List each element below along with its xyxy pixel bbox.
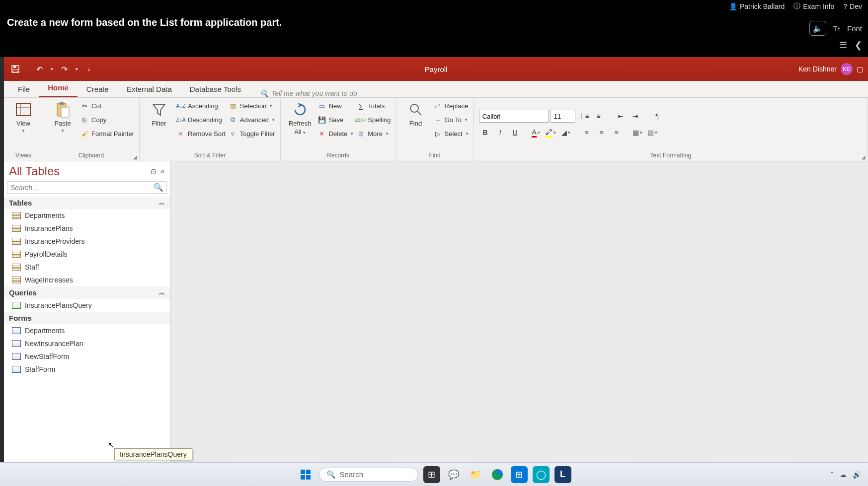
undo-drop[interactable]: ▾ [49,63,55,75]
paste-button[interactable]: Paste ▾ [48,100,77,133]
font-size-select[interactable] [551,110,575,123]
align-right-button[interactable]: ≡ [610,127,623,139]
nav-form-newstaffform[interactable]: NewStaffForm [4,350,170,363]
refresh-all-button[interactable]: Refresh All ▾ [286,100,315,136]
nav-group-queries[interactable]: Queries ︽ [4,286,170,299]
nav-search-input[interactable] [10,184,154,192]
exam-info-link[interactable]: ⓘ Exam Info [793,2,834,11]
app-button-1[interactable]: ◯ [533,466,550,483]
nav-form-departments[interactable]: Departments [4,324,170,337]
tab-home[interactable]: Home [39,79,78,97]
numbering-button[interactable]: ≡ [592,110,605,122]
select-button[interactable]: ▷Select▾ [433,128,469,139]
nav-form-staffform[interactable]: StaffForm [4,363,170,376]
tray-chevron-icon[interactable]: ˄ [830,471,834,479]
selection-button[interactable]: ▦Selection▾ [229,100,275,112]
tab-create[interactable]: Create [78,81,118,97]
delete-record-button[interactable]: ✕Delete▾ [317,128,354,139]
goto-button[interactable]: →Go To▾ [433,114,469,126]
nav-search[interactable]: 🔍 [7,181,167,194]
redo-drop[interactable]: ▾ [74,63,79,75]
ascending-button[interactable]: A↓ZAscending [176,100,226,112]
start-button[interactable] [297,466,314,483]
descending-button[interactable]: Z↓ADescending [176,114,226,126]
italic-button[interactable]: I [494,127,507,139]
collapse-icon[interactable]: ❮ [855,40,862,51]
new-record-button[interactable]: ▭New [317,100,354,112]
tab-file[interactable]: File [9,81,39,97]
nav-table-insuranceproviders[interactable]: InsuranceProviders [4,235,170,248]
tray-cloud-icon[interactable]: ☁ [840,471,847,479]
undo-button[interactable]: ↶ [33,63,46,75]
filter-button[interactable]: Filter [145,100,173,127]
nav-collapse-button[interactable]: « [160,167,165,176]
avatar[interactable]: KD [841,63,853,75]
fill-color-button[interactable]: ◢▾ [559,127,572,139]
bullets-button[interactable]: ⋮≡ [577,110,590,122]
advanced-button[interactable]: ⧉Advanced▾ [229,114,275,126]
tray-volume-icon[interactable]: 🔊 [853,471,861,479]
align-left-button[interactable]: ≡ [580,127,593,139]
window-restore-icon[interactable]: ▢ [857,65,863,73]
font-name-select[interactable] [479,110,549,123]
font-color-button[interactable]: A▾ [530,127,543,139]
launcher-icon[interactable]: ◢ [862,154,866,160]
nav-dropdown-button[interactable]: ⊙ [150,167,157,176]
underline-button[interactable]: U [509,127,522,139]
nav-item-label: StaffForm [25,365,55,373]
exam-dev-link[interactable]: ? Dev [843,2,862,10]
font-size-link[interactable]: Font [847,24,862,33]
chat-button[interactable]: 💬 [445,466,462,483]
spelling-button[interactable]: abc✓Spelling [356,114,391,126]
launcher-icon[interactable]: ◢ [133,154,137,160]
alt-row-button[interactable]: ▤▾ [646,127,659,139]
indent-decrease-button[interactable]: ⇤ [614,110,627,122]
indent-increase-button[interactable]: ⇥ [629,110,642,122]
nav-title[interactable]: All Tables [9,164,60,178]
tab-external-data[interactable]: External Data [118,81,181,97]
bold-button[interactable]: B [479,127,492,139]
task-view-button[interactable]: ⊞ [423,466,440,483]
text-direction-button[interactable]: ¶ [651,110,664,122]
nav-query-insuranceplansquery[interactable]: InsurancePlansQuery [4,299,170,312]
cut-button[interactable]: ✂Cut [80,100,134,112]
save-record-button[interactable]: 💾Save [317,114,354,126]
titlebar-user[interactable]: Ken Dishner [798,65,837,73]
taskbar-search[interactable]: 🔍 Search [319,468,418,482]
find-button[interactable]: Find [401,100,430,127]
main-document-area [170,161,868,473]
nav-table-wageincreases[interactable]: WageIncreases [4,274,170,286]
nav-form-newinsuranceplan[interactable]: NewInsurancePlan [4,337,170,350]
highlight-button[interactable]: 🖍▾ [545,127,557,139]
tell-me-search[interactable]: 🔍 Tell me what you want to do [260,89,357,97]
view-button[interactable]: View ▾ [9,100,38,133]
taskbar: 🔍 Search ⊞ 💬 📁 ⊞ ◯ L ˄ ☁ 🔊 [0,462,868,486]
mute-button[interactable]: 🔈 [809,21,826,36]
edge-button[interactable] [489,466,506,483]
copy-button[interactable]: ⎘Copy [80,114,134,126]
replace-button[interactable]: ⇄Replace [433,100,469,112]
store-button[interactable]: ⊞ [511,466,528,483]
nav-table-staff[interactable]: Staff [4,261,170,274]
nav-table-departments[interactable]: Departments [4,209,170,222]
explorer-button[interactable]: 📁 [467,466,484,483]
align-center-button[interactable]: ≡ [595,127,608,139]
qat-customize[interactable]: ⇣ [82,63,95,75]
nav-table-payrolldetails[interactable]: PayrollDetails [4,248,170,261]
gridlines-button[interactable]: ▦▾ [631,127,644,139]
more-button[interactable]: ⊞More▾ [356,128,391,139]
app-button-2[interactable]: L [554,466,571,483]
save-qat-button[interactable] [9,63,22,75]
remove-sort-button[interactable]: ⨯Remove Sort [176,128,226,139]
redo-button[interactable]: ↷ [58,63,71,75]
nav-group-forms[interactable]: Forms [4,312,170,324]
search-icon[interactable]: 🔍 [154,183,163,192]
format-painter-button[interactable]: 🖌Format Painter [80,128,134,139]
list-icon[interactable]: ☰ [839,40,847,51]
nav-group-tables[interactable]: Tables ︽ [4,197,170,209]
tab-database-tools[interactable]: Database Tools [181,81,250,97]
toggle-filter-button[interactable]: ▿Toggle Filter [229,128,275,139]
totals-button[interactable]: ∑Totals [356,100,391,112]
nav-item-label: WageIncreases [25,276,73,284]
nav-table-insuranceplans[interactable]: InsurancePlans [4,222,170,235]
